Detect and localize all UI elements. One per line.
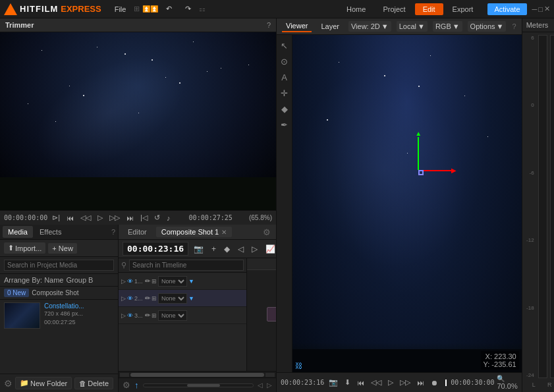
btn-frame-back[interactable]: ◁◁: [78, 213, 93, 223]
timeline-zoom-out-icon[interactable]: ◁: [258, 381, 263, 389]
composite-shot-tab[interactable]: Composite Shot 1 ✕: [156, 227, 232, 237]
track-3-select[interactable]: None: [158, 310, 187, 321]
timeline-zoom-in-icon[interactable]: ▷: [267, 381, 272, 389]
tab-effects[interactable]: Effects: [34, 226, 67, 238]
viewer-btn-step-fwd[interactable]: ⏭: [415, 378, 426, 387]
et-key-icon[interactable]: ◆: [221, 243, 233, 255]
new-folder-button[interactable]: 📁 New Folder: [15, 377, 72, 389]
settings-icon[interactable]: ⚙: [4, 378, 13, 389]
viewer-btn-camera[interactable]: 📷: [327, 378, 340, 387]
media-search-input[interactable]: [4, 260, 114, 271]
options-dropdown[interactable]: Options ▼: [468, 21, 507, 32]
editor-timecode[interactable]: 00:00:23:16: [123, 242, 188, 256]
timeline-search-input[interactable]: [129, 260, 244, 271]
composite-shot-row: 0 New Composite Shot: [0, 287, 118, 300]
scroll-left-icon[interactable]: [120, 373, 129, 377]
track-2-lock-icon[interactable]: ✏: [145, 294, 150, 302]
et-camera-icon[interactable]: 📷: [191, 243, 206, 255]
pointer-tool-icon[interactable]: ↖: [279, 39, 290, 53]
close-button[interactable]: ✕: [544, 5, 550, 13]
viewer-btn-step-back[interactable]: ⏮: [355, 378, 366, 387]
delete-button[interactable]: 🗑 Delete: [74, 378, 113, 389]
viewer-link-icon[interactable]: ⛓: [295, 362, 302, 370]
nav-project[interactable]: Project: [375, 3, 413, 15]
btn-step-back[interactable]: ⏮: [65, 213, 76, 223]
et-next-key-icon[interactable]: ▷: [249, 243, 260, 255]
track-2-select[interactable]: None: [158, 293, 187, 304]
editor-arrow-icon[interactable]: ↑: [134, 380, 139, 390]
editor-gear-icon[interactable]: ⚙: [123, 380, 130, 390]
timeline-scrollbar[interactable]: [119, 371, 276, 378]
viewer-btn-frame-back[interactable]: ◁◁: [369, 378, 383, 387]
maximize-button[interactable]: □: [538, 5, 543, 13]
btn-audio[interactable]: ♪: [165, 213, 173, 223]
nav-export[interactable]: Export: [445, 3, 482, 15]
et-add-icon[interactable]: +: [209, 243, 219, 255]
activate-button[interactable]: Activate: [487, 3, 526, 15]
btn-play-pause[interactable]: ▷: [96, 213, 105, 223]
track-2-expand-icon[interactable]: ▷: [121, 295, 126, 302]
track-2-eye-icon[interactable]: 👁: [127, 295, 133, 302]
group-label[interactable]: Group B: [66, 276, 93, 284]
track-3-expand-icon[interactable]: ▷: [121, 312, 126, 319]
editor-tab[interactable]: Editor: [124, 227, 151, 237]
btn-step-fwd[interactable]: ⏭: [125, 213, 136, 223]
menu-redo[interactable]: ↷: [180, 3, 196, 14]
viewer-btn-record[interactable]: ⏺: [429, 378, 440, 387]
gizmo-center[interactable]: [418, 170, 424, 175]
nav-edit[interactable]: Edit: [415, 3, 443, 15]
tab-media[interactable]: Media: [3, 226, 33, 238]
text-tool-icon[interactable]: A: [279, 70, 289, 84]
arrange-label[interactable]: Arrange By: Name: [4, 276, 63, 284]
local-dropdown[interactable]: Local ▼: [397, 21, 428, 32]
rgb-dropdown[interactable]: RGB ▼: [433, 21, 462, 32]
track-1-expand-icon[interactable]: ▷: [121, 278, 126, 285]
mask-tool-icon[interactable]: ◆: [279, 102, 290, 116]
media-item-meta2: 00:00:27:25: [44, 318, 114, 327]
comp-close-icon[interactable]: ✕: [221, 229, 227, 236]
track-1-eye-icon[interactable]: 👁: [127, 278, 133, 285]
timeline-tracks[interactable]: 00:00:15:00 00:00:3: [247, 258, 276, 371]
viewer-help-icon[interactable]: ?: [512, 22, 516, 30]
viewer-playhead[interactable]: [445, 379, 447, 386]
minimize-button[interactable]: ─: [532, 5, 538, 13]
trimmer-timecode-right: 00:00:27:25: [189, 214, 233, 221]
scroll-thumb[interactable]: [130, 373, 264, 377]
gizmo-y-axis[interactable]: [418, 137, 419, 170]
et-graph-icon[interactable]: 📈: [263, 243, 276, 255]
et-prev-key-icon[interactable]: ◁: [235, 243, 246, 255]
viewer-canvas[interactable]: 2D: [292, 35, 522, 372]
track-3-lock-icon[interactable]: ✏: [145, 312, 150, 319]
editor-settings-icon[interactable]: ⚙: [263, 227, 271, 237]
btn-loop[interactable]: ↺: [152, 213, 162, 223]
import-button[interactable]: ⬆ Import...: [4, 242, 45, 254]
new-button[interactable]: + New: [48, 243, 77, 254]
timeline-positionbar[interactable]: [143, 383, 254, 387]
track-1-select[interactable]: None: [158, 276, 187, 287]
view-2d-dropdown[interactable]: View: 2D ▼: [348, 21, 391, 32]
viewer-tab[interactable]: Viewer: [282, 20, 312, 32]
layer-tab[interactable]: Layer: [317, 21, 343, 32]
track-1-dropdown-icon[interactable]: ▼: [188, 278, 194, 285]
new-badge: 0 New: [4, 289, 29, 297]
media-panel-help-icon[interactable]: ?: [111, 228, 115, 236]
trimmer-help-icon[interactable]: ?: [267, 21, 271, 29]
viewer-btn-play[interactable]: ▷: [386, 378, 395, 387]
track-1-lock-icon[interactable]: ✏: [145, 277, 150, 285]
viewer-btn-frame-fwd[interactable]: ▷▷: [398, 378, 412, 387]
track-2-dropdown-icon[interactable]: ▼: [188, 295, 194, 302]
transform-tool-icon[interactable]: ✛: [279, 86, 290, 100]
clip-track-3[interactable]: [267, 307, 276, 322]
menu-undo[interactable]: ↶: [161, 3, 177, 14]
crop-tool-icon[interactable]: ⊙: [279, 55, 290, 69]
menu-file[interactable]: File: [109, 4, 132, 14]
pen-tool-icon[interactable]: ✒: [279, 118, 290, 132]
media-item-constellations[interactable]: Constellatio... 720 x 486 px... 00:00:27…: [0, 300, 118, 331]
viewer-btn-screenshot[interactable]: ⬇: [343, 378, 352, 387]
nav-home[interactable]: Home: [339, 3, 374, 15]
btn-mark-out[interactable]: |◁: [138, 213, 150, 223]
scroll-right-icon[interactable]: [265, 373, 275, 377]
btn-frame-fwd[interactable]: ▷▷: [107, 213, 122, 223]
track-3-eye-icon[interactable]: 👁: [127, 312, 133, 319]
btn-mark-in[interactable]: ⊳|: [50, 213, 62, 223]
